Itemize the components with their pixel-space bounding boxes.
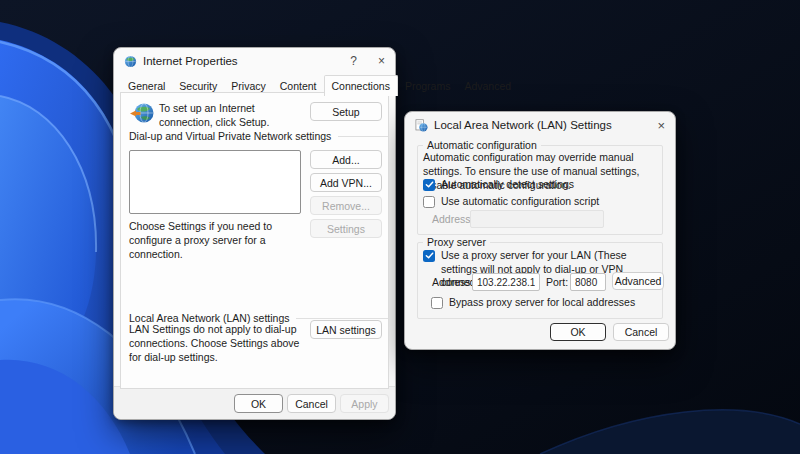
use-script-row: Use automatic configuration script (423, 195, 599, 209)
add-vpn-button[interactable]: Add VPN... (310, 173, 382, 192)
internet-globe-icon (129, 101, 155, 127)
bypass-proxy-checkbox[interactable] (431, 297, 443, 309)
use-script-label[interactable]: Use automatic configuration script (441, 195, 599, 209)
dialog-footer: OK Cancel Apply (114, 386, 395, 419)
dialog-title: Internet Properties (143, 55, 238, 67)
tab-privacy[interactable]: Privacy (224, 76, 272, 95)
internet-properties-titlebar[interactable]: Internet Properties ? × (114, 48, 395, 72)
auto-detect-row: Automatically detect settings (423, 178, 574, 192)
proxy-server-group: Proxy server Use a proxy server for your… (417, 242, 663, 319)
lan-settings-button[interactable]: LAN settings (310, 320, 382, 339)
dialup-group-header: Dial-up and Virtual Private Network sett… (129, 130, 388, 142)
ok-button[interactable]: OK (234, 394, 283, 413)
add-button[interactable]: Add... (310, 150, 382, 169)
check-icon (425, 180, 434, 189)
cancel-button[interactable]: Cancel (613, 323, 669, 341)
automatic-configuration-group: Automatic configuration Automatic config… (417, 145, 663, 235)
settings-button[interactable]: Settings (310, 219, 382, 238)
use-proxy-checkbox[interactable] (423, 250, 435, 262)
help-button[interactable]: ? (350, 55, 357, 67)
check-icon (425, 251, 434, 260)
setup-button[interactable]: Setup (310, 102, 382, 121)
tab-security[interactable]: Security (172, 76, 224, 95)
apply-button[interactable]: Apply (340, 394, 389, 413)
tab-general[interactable]: General (121, 76, 172, 95)
lan-settings-icon (415, 119, 428, 132)
remove-button[interactable]: Remove... (310, 196, 382, 215)
close-icon[interactable]: × (657, 119, 665, 132)
automatic-configuration-label: Automatic configuration (423, 139, 541, 151)
bypass-proxy-label[interactable]: Bypass proxy server for local addresses (449, 296, 635, 310)
internet-properties-dialog: Internet Properties ? × General Security… (113, 47, 396, 420)
proxy-port-input[interactable] (570, 273, 606, 291)
tab-advanced[interactable]: Advanced (457, 76, 518, 95)
bypass-proxy-row: Bypass proxy server for local addresses (431, 296, 635, 310)
use-script-checkbox[interactable] (423, 196, 435, 208)
internet-properties-icon (124, 55, 137, 68)
group-divider (338, 136, 388, 137)
auto-detect-label[interactable]: Automatically detect settings (441, 178, 574, 192)
tab-content[interactable]: Content (273, 76, 324, 95)
proxy-address-label: Address: (432, 276, 473, 288)
script-address-label: Address (432, 213, 471, 225)
group-divider (296, 318, 388, 319)
lan-settings-dialog: Local Area Network (LAN) Settings × Auto… (404, 111, 676, 350)
close-icon[interactable]: × (378, 55, 385, 67)
setup-hint-text: To set up an Internet connection, click … (159, 102, 311, 130)
auto-detect-checkbox[interactable] (423, 179, 435, 191)
choose-settings-hint: Choose Settings if you need to configure… (129, 220, 301, 262)
proxy-address-input[interactable] (472, 273, 540, 291)
dialup-connections-listbox[interactable] (129, 150, 301, 214)
tab-strip: General Security Privacy Content Connect… (121, 75, 518, 95)
advanced-button[interactable]: Advanced (612, 272, 664, 290)
proxy-server-label: Proxy server (423, 236, 490, 248)
proxy-port-label: Port: (546, 276, 568, 288)
script-address-input (470, 210, 604, 228)
lan-hint-text: LAN Settings do not apply to dial-up con… (129, 323, 304, 365)
dialup-group-label: Dial-up and Virtual Private Network sett… (129, 130, 331, 142)
tab-programs[interactable]: Programs (398, 76, 458, 95)
ok-button[interactable]: OK (550, 323, 606, 341)
cancel-button[interactable]: Cancel (287, 394, 336, 413)
tab-connections[interactable]: Connections (324, 75, 398, 96)
lan-settings-titlebar[interactable]: Local Area Network (LAN) Settings × (405, 112, 675, 136)
connections-tab-page: To set up an Internet connection, click … (120, 92, 389, 389)
dialog-title: Local Area Network (LAN) Settings (434, 119, 612, 131)
